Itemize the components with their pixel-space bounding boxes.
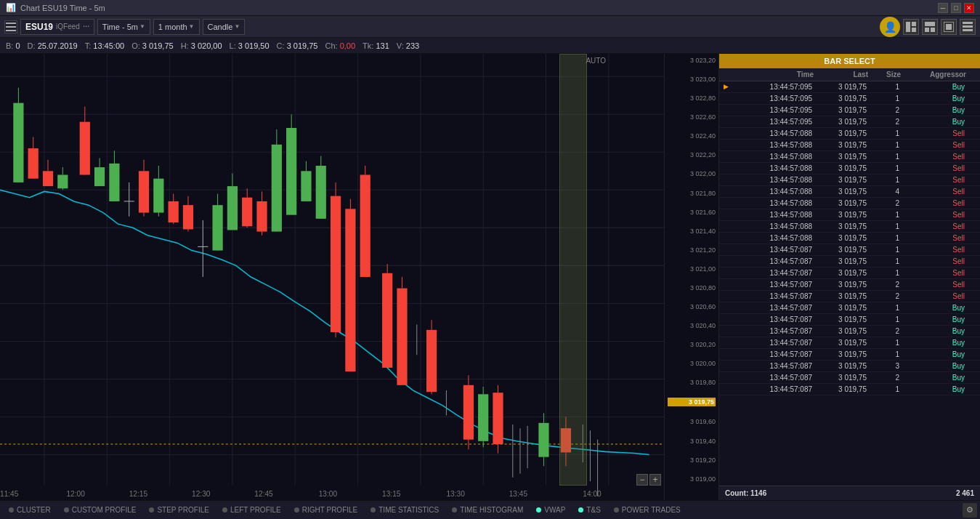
- table-row[interactable]: 13:44:57:088 3 019,75 1 Sell None: [719, 163, 980, 174]
- row-last: 3 019,75: [814, 140, 868, 150]
- bottom-btn-cluster[interactable]: CLUSTER: [3, 503, 57, 518]
- table-row[interactable]: ▶ 13:44:57:095 3 019,75 1 Buy None: [719, 81, 980, 93]
- bottom-btn-custom-profile[interactable]: CUSTOM PROFILE: [58, 503, 142, 518]
- svg-rect-6: [925, 22, 935, 26]
- bottom-btn-vwap[interactable]: VWAP: [530, 503, 571, 518]
- current-bar-highlight: [559, 54, 587, 486]
- ts-table-body[interactable]: ▶ 13:44:57:095 3 019,75 1 Buy None 13:44…: [719, 81, 980, 486]
- row-last: 3 019,75: [814, 233, 868, 243]
- row-time: 13:44:57:087: [734, 338, 814, 347]
- row-flag: [722, 303, 734, 313]
- svg-rect-75: [212, 205, 222, 250]
- table-row[interactable]: 13:44:57:087 3 019,75 2 Buy None: [719, 372, 980, 384]
- svg-rect-3: [906, 22, 910, 32]
- row-flag: [722, 268, 734, 278]
- table-row[interactable]: 13:44:57:088 3 019,75 2 Sell None: [719, 198, 980, 209]
- layout-btn-3[interactable]: [941, 19, 957, 35]
- layout-btn-2[interactable]: [922, 19, 938, 35]
- row-time: 13:44:57:088: [734, 140, 814, 150]
- bottom-btn-power-trades[interactable]: POWER TRADES: [608, 503, 687, 518]
- main-area: AUTO: [0, 54, 980, 500]
- table-row[interactable]: 13:44:57:088 3 019,75 1 Sell None: [719, 221, 980, 233]
- row-size: 2: [868, 291, 901, 301]
- period-dropdown[interactable]: 1 month ▼: [153, 19, 200, 35]
- table-row[interactable]: 13:44:57:088 3 019,75 1 Sell None: [719, 128, 980, 140]
- svg-text:13:00: 13:00: [319, 490, 338, 498]
- row-aggressor: Sell: [901, 198, 966, 208]
- table-row[interactable]: 13:44:57:087 3 019,75 1 Sell None: [719, 267, 980, 279]
- row-tick: None: [966, 210, 980, 220]
- table-row[interactable]: 13:44:57:087 3 019,75 3 Buy None: [719, 361, 980, 372]
- bar-v: V: 233: [397, 41, 419, 50]
- close-button[interactable]: ✕: [964, 3, 974, 13]
- ts-count: Count: 1146: [725, 489, 766, 497]
- ts-total: 2 461: [956, 489, 974, 497]
- table-row[interactable]: 13:44:57:087 3 019,75 1 Buy None: [719, 337, 980, 349]
- bottom-btn-time-histogram[interactable]: TIME HISTOGRAM: [446, 503, 529, 518]
- bottom-btn-tands[interactable]: T&S: [572, 503, 606, 518]
- account-icon[interactable]: 👤: [880, 17, 900, 37]
- svg-text:13:15: 13:15: [382, 490, 401, 498]
- price-label: 3 022,00: [668, 170, 716, 177]
- maximize-button[interactable]: □: [951, 3, 961, 13]
- row-size: 1: [868, 303, 901, 313]
- table-row[interactable]: 13:44:57:087 3 019,75 1 Sell None: [719, 244, 980, 256]
- zoom-controls: − +: [636, 474, 661, 486]
- table-row[interactable]: 13:44:57:088 3 019,75 1 Sell None: [719, 151, 980, 163]
- table-row[interactable]: 13:44:57:088 3 019,75 1 Sell None: [719, 140, 980, 151]
- bottom-btn-right-profile[interactable]: RIGHT PROFILE: [288, 503, 364, 518]
- table-row[interactable]: 13:44:57:087 3 019,75 2 Buy None: [719, 326, 980, 337]
- svg-rect-44: [43, 171, 53, 186]
- row-size: 1: [868, 385, 901, 394]
- bar-h: H: 3 020,00: [181, 41, 222, 50]
- app-icon: 📊: [6, 3, 16, 12]
- row-time: 13:44:57:088: [734, 198, 814, 208]
- row-time: 13:44:57:087: [734, 350, 814, 359]
- table-row[interactable]: 13:44:57:087 3 019,75 1 Buy None: [719, 302, 980, 314]
- table-row[interactable]: 13:44:57:087 3 019,75 2 Sell None: [719, 279, 980, 291]
- row-size: 1: [868, 268, 901, 278]
- row-last: 3 019,75: [814, 280, 868, 289]
- row-size: 1: [868, 82, 901, 92]
- row-tick: None: [966, 222, 980, 231]
- row-aggressor: Sell: [901, 233, 966, 243]
- row-size: 2: [868, 373, 901, 382]
- table-row[interactable]: 13:44:57:087 3 019,75 1 Buy None: [719, 384, 980, 395]
- row-time: 13:44:57:088: [734, 233, 814, 243]
- table-row[interactable]: 13:44:57:095 3 019,75 2 Buy None: [719, 105, 980, 116]
- table-row[interactable]: 13:44:57:095 3 019,75 1 Buy None: [719, 93, 980, 105]
- table-row[interactable]: 13:44:57:088 3 019,75 4 Sell None: [719, 186, 980, 198]
- svg-rect-2: [6, 30, 16, 31]
- bottom-btn-step-profile[interactable]: STEP PROFILE: [143, 503, 215, 518]
- table-row[interactable]: 13:44:57:088 3 019,75 1 Sell None: [719, 209, 980, 221]
- timeframe-dropdown[interactable]: Time - 5m ▼: [97, 19, 150, 35]
- zoom-in-button[interactable]: +: [649, 474, 661, 486]
- row-flag: [722, 187, 734, 196]
- table-row[interactable]: 13:44:57:095 3 019,75 2 Buy None: [719, 116, 980, 128]
- bottom-btn-time-statistics[interactable]: TIME STATISTICS: [365, 503, 445, 518]
- menu-icon[interactable]: [4, 20, 17, 33]
- table-row[interactable]: 13:44:57:087 3 019,75 1 Buy None: [719, 314, 980, 326]
- row-aggressor: Sell: [901, 140, 966, 150]
- svg-text:12:30: 12:30: [192, 490, 211, 498]
- layout-btn-1[interactable]: [903, 19, 919, 35]
- table-row[interactable]: 13:44:57:087 3 019,75 2 Sell None: [719, 291, 980, 302]
- chart-area[interactable]: AUTO: [0, 54, 664, 500]
- row-aggressor: Buy: [901, 361, 966, 371]
- chart-type-dropdown[interactable]: Candle ▼: [203, 19, 246, 35]
- btn-dot-icon: [578, 507, 583, 512]
- layout-btn-4[interactable]: [960, 19, 976, 35]
- row-flag: ▶: [722, 82, 734, 92]
- svg-rect-50: [80, 122, 90, 175]
- settings-button[interactable]: ⚙: [963, 503, 977, 518]
- window-controls[interactable]: ─ □ ✕: [938, 3, 974, 13]
- table-row[interactable]: 13:44:57:087 3 019,75 1 Buy None: [719, 349, 980, 361]
- table-row[interactable]: 13:44:57:088 3 019,75 1 Sell None: [719, 174, 980, 186]
- table-row[interactable]: 13:44:57:087 3 019,75 1 Sell None: [719, 256, 980, 267]
- zoom-out-button[interactable]: −: [636, 474, 648, 486]
- table-row[interactable]: 13:44:57:088 3 019,75 1 Sell None: [719, 233, 980, 244]
- row-flag: [722, 164, 734, 173]
- bottom-btn-left-profile[interactable]: LEFT PROFILE: [216, 503, 287, 518]
- symbol-selector[interactable]: ESU19 iQFeed ⋯: [20, 19, 94, 35]
- minimize-button[interactable]: ─: [938, 3, 948, 13]
